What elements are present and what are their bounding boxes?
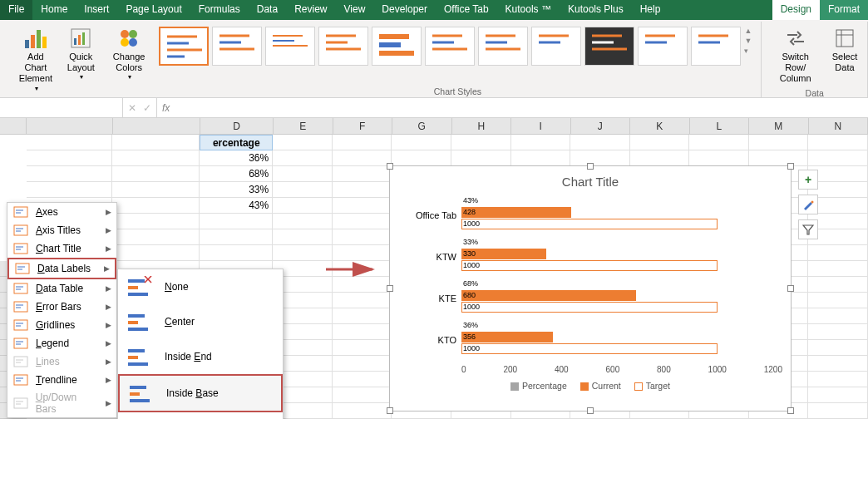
chart-title[interactable]: Chart Title [390,166,791,195]
menu-item-data-table[interactable]: Data Table▶ [7,279,116,298]
col-c-partial[interactable] [113,118,200,135]
enter-icon[interactable]: ✓ [143,102,151,114]
cancel-icon[interactable]: ✕ [128,102,136,114]
tab-office-tab[interactable]: Office Tab [436,0,497,20]
tab-developer[interactable]: Developer [373,0,436,20]
cell[interactable] [200,245,273,261]
data-label-option-none[interactable]: None [118,269,283,304]
col-header-n[interactable]: N [809,118,868,135]
chart-style-3[interactable] [265,27,315,66]
cell[interactable]: 33% [200,182,273,198]
chart-handle[interactable] [587,407,594,414]
name-box[interactable] [0,98,123,117]
chart-style-1[interactable] [159,27,209,66]
menu-item-gridlines[interactable]: Gridlines▶ [7,316,116,334]
chart-handle[interactable] [787,163,794,170]
col-header-f[interactable]: F [333,118,393,135]
data-label-option-inside-base[interactable]: Inside Base [118,374,283,412]
col-header-i[interactable]: I [511,118,571,135]
target-bar[interactable] [461,302,718,313]
cell[interactable] [200,229,273,245]
cell[interactable]: 43% [200,198,273,214]
style-more[interactable]: ▾ [744,47,756,55]
change-colors-button[interactable]: Change Colors▾ [109,22,150,85]
chart-handle[interactable] [387,407,393,414]
chart-style-10[interactable] [638,27,688,66]
cell[interactable]: 36% [200,150,273,166]
col-header-d[interactable]: D [200,118,274,135]
col-header-l[interactable]: L [690,118,750,135]
chart-handle[interactable] [587,163,594,170]
tab-file[interactable]: File [0,0,32,20]
tab-page-layout[interactable]: Page Layout [117,0,190,20]
chart-style-11[interactable] [691,27,741,66]
chart-style-4[interactable] [318,27,368,66]
tab-kutools[interactable]: Kutools ™ [497,0,560,20]
current-bar[interactable] [461,290,636,301]
chart-handle[interactable] [387,163,393,170]
chart-elements-button[interactable]: + [798,170,818,190]
style-scroll-down[interactable]: ▼ [744,37,756,45]
select-data-button[interactable]: Select Data [827,22,862,76]
col-header-g[interactable]: G [392,118,452,135]
col-header-j[interactable]: J [571,118,631,135]
chart-category[interactable]: Office Tab43%4281000 [461,195,782,237]
tab-data[interactable]: Data [249,0,286,20]
tab-view[interactable]: View [336,0,374,20]
data-label-option-center[interactable]: Center [118,304,283,339]
cell[interactable] [200,214,273,229]
menu-item-data-labels[interactable]: Data Labels▶ [7,258,116,279]
style-scroll-up[interactable]: ▲ [744,27,756,35]
menu-item-axes[interactable]: Axes▶ [7,203,116,221]
chart-handle[interactable] [787,407,794,414]
chart-plot-area[interactable]: Office Tab43%4281000KTW33%3301000KTE68%6… [390,195,791,362]
chart-styles-button[interactable] [798,195,818,214]
menu-item-legend[interactable]: Legend▶ [7,334,116,352]
select-all-cell[interactable] [0,118,27,135]
chart-style-5[interactable] [372,27,422,66]
col-header-m[interactable]: M [749,118,809,135]
tab-kutools-plus[interactable]: Kutools Plus [560,0,632,20]
chart-filters-button[interactable] [798,219,818,239]
embedded-chart[interactable]: Chart Title Office Tab43%4281000KTW33%33… [389,165,792,411]
data-label-option-inside-end[interactable]: Inside End [118,339,283,374]
chart-style-2[interactable] [212,27,262,66]
quick-layout-button[interactable]: Quick Layout▾ [63,22,99,85]
switch-row-column-button[interactable]: Switch Row/ Column [767,22,824,88]
tab-insert[interactable]: Insert [76,0,117,20]
tab-format[interactable]: Format [820,0,868,20]
data-label-option-outside-end[interactable]: Outside End [118,412,283,419]
chart-x-axis[interactable]: 020040060080010001200 [390,362,791,374]
tab-home[interactable]: Home [32,0,76,20]
chart-category[interactable]: KTO36%3561000 [461,320,782,362]
menu-item-error-bars[interactable]: Error Bars▶ [7,298,116,316]
menu-item-trendline[interactable]: Trendline▶ [7,371,116,389]
chart-style-6[interactable] [425,27,475,66]
menu-item-chart-title[interactable]: Chart Title▶ [7,239,116,258]
col-header-k[interactable]: K [630,118,690,135]
tab-design[interactable]: Design [772,0,820,20]
tab-formulas[interactable]: Formulas [190,0,249,20]
target-bar[interactable] [461,260,718,271]
option-label: Center [165,316,195,328]
add-chart-element-button[interactable]: Add Chart Element▾ [12,22,60,96]
chart-category[interactable]: KTE68%6801000 [461,278,782,320]
target-bar[interactable] [461,343,718,354]
tab-review[interactable]: Review [286,0,335,20]
menu-item-axis-titles[interactable]: Axis Titles▶ [7,221,116,239]
chart-style-8[interactable] [531,27,581,66]
chart-title-icon [12,242,29,255]
cell[interactable]: 68% [200,166,273,182]
chart-category[interactable]: KTW33%3301000 [461,237,782,278]
col-header-e[interactable]: E [274,118,333,135]
target-bar[interactable] [461,219,718,229]
col-b-partial[interactable] [27,118,113,135]
chart-style-7[interactable] [478,27,528,66]
fx-icon[interactable]: fx [157,102,175,114]
col-header-h[interactable]: H [452,118,512,135]
chart-legend[interactable]: Percentage Current Target [390,374,791,391]
chart-style-9[interactable] [584,27,634,66]
tab-help[interactable]: Help [632,0,669,20]
current-bar[interactable] [461,207,571,218]
header-percentage-cell[interactable]: ercentage [200,135,273,150]
